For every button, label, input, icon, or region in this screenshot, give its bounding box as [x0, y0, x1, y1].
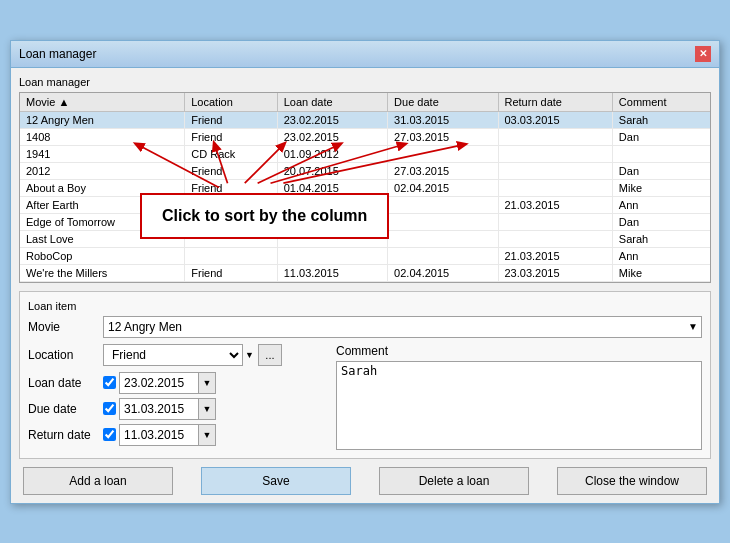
table-row[interactable]: 1941CD Rack01.09.2012 — [20, 145, 710, 162]
table-row[interactable]: We're the MillersFriend11.03.201502.04.2… — [20, 264, 710, 281]
delete-loan-button[interactable]: Delete a loan — [379, 467, 529, 495]
table-row[interactable]: 2012Friend20.07.201527.03.2015Dan — [20, 162, 710, 179]
return-date-label: Return date — [28, 428, 103, 442]
loan-manager-window: Loan manager ✕ Loan manager Movie ▲ Loca… — [10, 40, 720, 504]
due-date-input[interactable] — [119, 398, 199, 420]
table-row[interactable]: Last LoveSarah — [20, 230, 710, 247]
loan-item-section: Loan item Movie 12 Angry Men ▼ Location — [19, 291, 711, 459]
buttons-row: Add a loan Save Delete a loan Close the … — [19, 467, 711, 495]
col-loan-date[interactable]: Loan date — [277, 93, 387, 112]
comment-area: Comment Sarah — [336, 344, 702, 450]
movie-row: Movie 12 Angry Men ▼ — [28, 316, 702, 338]
table-header-row: Movie ▲ Location Loan date Due date Retu… — [20, 93, 710, 112]
table-row[interactable]: After Earth21.03.2015Ann — [20, 196, 710, 213]
return-date-checkbox[interactable] — [103, 428, 116, 441]
loan-date-label: Loan date — [28, 376, 103, 390]
col-comment[interactable]: Comment — [612, 93, 710, 112]
window-close-button[interactable]: ✕ — [695, 46, 711, 62]
table-row[interactable]: 12 Angry MenFriend23.02.201531.03.201503… — [20, 111, 710, 128]
table-row[interactable]: Edge of TomorrowDan — [20, 213, 710, 230]
location-dropdown-arrow: ▼ — [245, 350, 254, 360]
comment-textarea[interactable]: Sarah — [336, 361, 702, 450]
loan-table: Movie ▲ Location Loan date Due date Retu… — [20, 93, 710, 282]
comment-label: Comment — [336, 344, 702, 358]
title-bar: Loan manager ✕ — [11, 41, 719, 68]
loan-date-row: Loan date ▼ — [28, 372, 328, 394]
loan-date-checkbox[interactable] — [103, 376, 116, 389]
movie-label: Movie — [28, 320, 103, 334]
save-button[interactable]: Save — [201, 467, 351, 495]
close-window-button[interactable]: Close the window — [557, 467, 707, 495]
table-container[interactable]: Movie ▲ Location Loan date Due date Retu… — [20, 93, 710, 282]
movie-select-wrapper: 12 Angry Men ▼ — [103, 316, 702, 338]
table-wrapper: Movie ▲ Location Loan date Due date Retu… — [20, 93, 710, 282]
table-body: 12 Angry MenFriend23.02.201531.03.201503… — [20, 111, 710, 281]
table-row[interactable]: About a BoyFriend01.04.201502.04.2015Mik… — [20, 179, 710, 196]
location-row: Location Friend ▼ ... — [28, 344, 328, 366]
return-date-input[interactable] — [119, 424, 199, 446]
window-title: Loan manager — [19, 47, 96, 61]
col-movie[interactable]: Movie ▲ — [20, 93, 185, 112]
location-label: Location — [28, 348, 103, 362]
location-browse-button[interactable]: ... — [258, 344, 282, 366]
loan-date-dropdown-button[interactable]: ▼ — [198, 372, 216, 394]
window-body: Loan manager Movie ▲ Location Loan date … — [11, 68, 719, 503]
col-return-date[interactable]: Return date — [498, 93, 612, 112]
left-fields: Location Friend ▼ ... Loan date ▼ — [28, 344, 328, 450]
movie-select[interactable]: 12 Angry Men — [103, 316, 702, 338]
due-date-dropdown-button[interactable]: ▼ — [198, 398, 216, 420]
col-due-date[interactable]: Due date — [388, 93, 498, 112]
col-location[interactable]: Location — [185, 93, 277, 112]
table-row[interactable]: RoboCop21.03.2015Ann — [20, 247, 710, 264]
due-date-checkbox[interactable] — [103, 402, 116, 415]
return-date-dropdown-button[interactable]: ▼ — [198, 424, 216, 446]
loan-table-section: Movie ▲ Location Loan date Due date Retu… — [19, 92, 711, 283]
add-loan-button[interactable]: Add a loan — [23, 467, 173, 495]
due-date-label: Due date — [28, 402, 103, 416]
location-select[interactable]: Friend — [103, 344, 243, 366]
due-date-row: Due date ▼ — [28, 398, 328, 420]
table-section-label: Loan manager — [19, 76, 711, 88]
return-date-row: Return date ▼ — [28, 424, 328, 446]
loan-date-input[interactable] — [119, 372, 199, 394]
table-row[interactable]: 1408Friend23.02.201527.03.2015Dan — [20, 128, 710, 145]
loan-item-label: Loan item — [28, 300, 702, 312]
location-comment-wrapper: Location Friend ▼ ... Loan date ▼ — [28, 344, 702, 450]
